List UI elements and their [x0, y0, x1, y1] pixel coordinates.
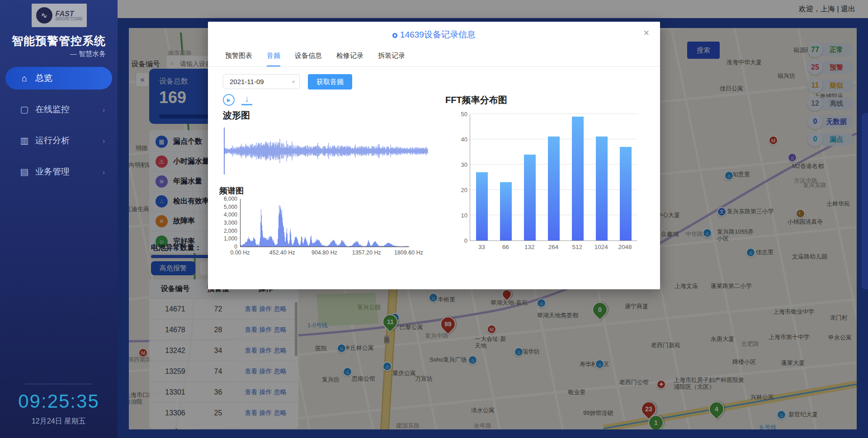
sidebar-item-bar-chart[interactable]: ▥运行分析›	[5, 129, 112, 152]
fft-xtick: 1024	[589, 244, 613, 250]
spectrum-xtick: 1809.60 Hz	[388, 250, 429, 256]
spectrum-xtick: 452.40 Hz	[262, 250, 302, 256]
chevron-down-icon: ▾	[292, 79, 295, 85]
fft-ytick: 30	[455, 161, 467, 168]
get-audio-button[interactable]: 获取音频	[308, 74, 352, 89]
waveform-title: 波形图	[223, 109, 250, 122]
modal-tabs: 预警图表音频设备信息检修记录拆装记录	[208, 52, 660, 67]
sidebar-item-label: 业务管理	[35, 166, 70, 178]
fft-ytick: 20	[455, 187, 467, 193]
fft-xtick: 132	[518, 244, 542, 250]
fft-xtick: 66	[494, 244, 518, 250]
spectrum-ytick: 2,000	[219, 228, 237, 234]
spectrum-plot	[240, 199, 409, 247]
sidebar-item-label: 总览	[35, 72, 52, 84]
spectrum-xtick: 0.00 Hz	[220, 250, 260, 256]
fft-xtick: 33	[470, 244, 494, 250]
bar-chart-icon: ▥	[19, 135, 30, 146]
fft-bar[interactable]	[500, 182, 512, 240]
fft-title: FFT频率分布图	[445, 94, 507, 106]
fft-bar[interactable]	[476, 172, 488, 240]
company-logo: ∿ FAST GROUPE CLAIRE	[32, 4, 87, 27]
sidebar-item-clipboard[interactable]: ▤业务管理›	[5, 160, 112, 183]
spectrum-ytick: 1,000	[219, 235, 237, 242]
date-select-value: 2021-11-09	[230, 78, 264, 85]
fft-gridline	[470, 113, 637, 114]
fft-xtick: 264	[542, 244, 566, 250]
tab-设备信息[interactable]: 设备信息	[295, 52, 322, 66]
close-icon[interactable]: ×	[643, 27, 649, 39]
fft-xtick: 512	[565, 244, 589, 250]
play-icon[interactable]: ▶	[223, 94, 235, 106]
waveform-logo-icon: ∿	[36, 7, 52, 24]
logo-primary-text: FAST	[56, 10, 83, 17]
fft-ytick: 40	[455, 136, 467, 143]
device-record-modal: 14639设备记录信息 × 预警图表音频设备信息检修记录拆装记录 2021-11…	[208, 22, 660, 289]
sidebar-item-label: 运行分析	[35, 135, 70, 146]
sidebar-item-home[interactable]: ⌂总览	[5, 67, 112, 89]
spectrum-ytick: 6,000	[219, 196, 237, 202]
sidebar-item-monitor[interactable]: ▢在线监控›	[5, 98, 112, 121]
sidebar: ∿ FAST GROUPE CLAIRE 智能预警管控系统 — 智慧水务 ⌂总览…	[0, 0, 118, 438]
home-icon: ⌂	[19, 73, 30, 84]
screen: ∿ FAST GROUPE CLAIRE 智能预警管控系统 — 智慧水务 ⌂总览…	[0, 0, 868, 438]
fft-bar[interactable]	[596, 137, 608, 240]
app-subtitle: — 智慧水务	[70, 50, 106, 58]
chevron-icon: ›	[103, 106, 105, 113]
record-ring-icon	[392, 33, 397, 38]
waveform-chart	[216, 124, 429, 177]
date-select[interactable]: 2021-11-09 ▾	[223, 74, 300, 89]
chevron-icon: ›	[103, 137, 105, 145]
tab-预警图表[interactable]: 预警图表	[225, 52, 252, 66]
app-title: 智能预警管控系统	[0, 33, 118, 48]
spectrum-ytick: 5,000	[219, 204, 237, 210]
spectrum-chart: 6,0005,0004,0003,0002,0001,0000 0.00 Hz4…	[219, 197, 432, 260]
fft-chart: 01020304050 336613226451210242048	[454, 114, 637, 259]
clock-time: 09:25:35	[0, 391, 118, 412]
spectrum-ytick: 0	[219, 244, 237, 250]
fft-ytick: 10	[455, 212, 467, 219]
fft-bar[interactable]	[572, 117, 584, 240]
spectrum-xtick: 904.80 Hz	[304, 250, 345, 256]
clock-divider	[25, 384, 93, 384]
sidebar-menu: ⌂总览▢在线监控›▥运行分析›▤业务管理›	[0, 67, 118, 192]
fft-ytick: 0	[455, 237, 467, 244]
spectrum-xtick: 1357.20 Hz	[346, 250, 387, 256]
tab-拆装记录[interactable]: 拆装记录	[378, 52, 405, 66]
logo-secondary-text: GROUPE CLAIRE	[56, 17, 83, 21]
fft-bar[interactable]	[548, 137, 560, 240]
tab-音频[interactable]: 音频	[267, 52, 280, 66]
tab-检修记录[interactable]: 检修记录	[336, 52, 363, 66]
fft-ytick: 50	[455, 111, 467, 118]
sidebar-item-label: 在线监控	[35, 104, 70, 115]
monitor-icon: ▢	[19, 104, 30, 115]
download-icon[interactable]: ↓	[241, 93, 252, 105]
spectrum-title: 频谱图	[219, 185, 244, 196]
clipboard-icon: ▤	[19, 166, 30, 177]
fft-bar[interactable]	[524, 155, 536, 240]
spectrum-ytick: 3,000	[219, 220, 237, 226]
clock-box: 09:25:35 12月24日 星期五	[0, 384, 118, 426]
modal-title: 14639设备记录信息	[208, 29, 660, 41]
fft-bar[interactable]	[620, 147, 632, 240]
spectrum-ytick: 4,000	[219, 212, 237, 218]
clock-date: 12月24日 星期五	[0, 417, 118, 426]
chevron-icon: ›	[103, 168, 105, 176]
fft-xtick: 2048	[613, 244, 637, 250]
